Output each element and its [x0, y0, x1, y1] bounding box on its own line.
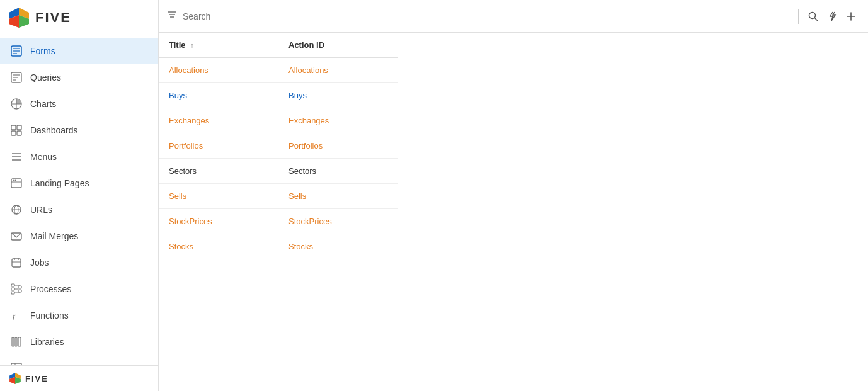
sidebar-item-forms[interactable]: Forms [0, 38, 158, 64]
svg-rect-18 [17, 131, 21, 135]
sidebar-item-charts[interactable]: Charts [0, 91, 158, 117]
title-cell[interactable]: Sectors [169, 166, 197, 176]
processes-label: Processes [30, 284, 71, 294]
urls-label: URLs [30, 205, 52, 215]
sidebar: FIVE Forms Queries Charts [0, 0, 159, 391]
svg-rect-35 [11, 288, 14, 290]
lightning-icon [826, 11, 838, 22]
svg-rect-17 [11, 131, 16, 135]
sidebar-nav: Forms Queries Charts Dashboards [0, 35, 158, 365]
svg-point-25 [15, 180, 16, 181]
urls-icon [9, 202, 24, 217]
libraries-label: Libraries [30, 337, 64, 347]
sidebar-item-landing-pages[interactable]: Landing Pages [0, 170, 158, 196]
functions-label: Functions [30, 310, 69, 320]
charts-label: Charts [30, 99, 56, 109]
search-button[interactable] [804, 8, 823, 25]
forms-table-container: Title ↑ Action ID Allocations Allocation… [159, 33, 868, 391]
sidebar-item-tables[interactable]: Tables [0, 355, 158, 365]
filter-icon [166, 9, 178, 23]
logo-text: FIVE [35, 9, 71, 26]
sidebar-footer: FIVE [0, 365, 158, 391]
dashboards-label: Dashboards [30, 125, 78, 135]
logo-icon [8, 6, 30, 29]
menus-icon [9, 149, 24, 164]
action-id-cell[interactable]: Sectors [288, 166, 316, 176]
dashboards-icon [9, 123, 24, 138]
sort-arrow-title: ↑ [190, 42, 194, 49]
svg-rect-34 [11, 284, 14, 286]
table-row[interactable]: Sells Sells [159, 184, 398, 209]
app-logo: FIVE [0, 0, 158, 35]
table-row[interactable]: Sectors Sectors [159, 159, 398, 184]
column-header-title[interactable]: Title ↑ [159, 33, 278, 58]
sidebar-item-mail-merges[interactable]: Mail Merges [0, 223, 158, 249]
add-button[interactable] [842, 8, 860, 25]
action-id-cell[interactable]: Buys [288, 91, 307, 100]
svg-rect-15 [11, 125, 16, 130]
table-row[interactable]: Portfolios Portfolios [159, 133, 398, 159]
search-input[interactable] [183, 11, 793, 21]
title-cell[interactable]: Sells [169, 191, 186, 201]
title-cell[interactable]: Allocations [169, 65, 208, 75]
main-content: Title ↑ Action ID Allocations Allocation… [159, 0, 868, 391]
forms-table: Title ↑ Action ID Allocations Allocation… [159, 33, 398, 259]
column-header-action-id[interactable]: Action ID [278, 33, 398, 58]
mail-merges-icon [9, 229, 24, 244]
svg-rect-46 [15, 337, 17, 346]
svg-rect-36 [11, 292, 14, 294]
sidebar-item-functions[interactable]: ƒ Functions [0, 302, 158, 329]
landing-pages-label: Landing Pages [30, 178, 89, 188]
sidebar-item-dashboards[interactable]: Dashboards [0, 117, 158, 144]
title-cell[interactable]: StockPrices [169, 217, 212, 226]
footer-logo: FIVE [9, 372, 49, 385]
action-id-cell[interactable]: Sells [288, 191, 306, 201]
sidebar-item-menus[interactable]: Menus [0, 144, 158, 170]
action-id-cell[interactable]: StockPrices [288, 217, 332, 226]
action-id-cell[interactable]: Stocks [288, 242, 313, 251]
search-icon [808, 11, 819, 22]
jobs-label: Jobs [30, 258, 49, 268]
sidebar-item-queries[interactable]: Queries [0, 64, 158, 91]
svg-point-24 [13, 180, 14, 181]
action-id-cell[interactable]: Exchanges [288, 116, 329, 125]
sidebar-item-jobs[interactable]: Jobs [0, 249, 158, 276]
svg-rect-45 [12, 337, 14, 346]
title-cell[interactable]: Stocks [169, 242, 193, 251]
title-cell[interactable]: Portfolios [169, 141, 203, 150]
table-row[interactable]: Exchanges Exchanges [159, 108, 398, 133]
queries-icon [9, 70, 24, 85]
svg-text:ƒ: ƒ [12, 311, 16, 320]
sidebar-item-libraries[interactable]: Libraries [0, 329, 158, 355]
footer-logo-text: FIVE [25, 374, 49, 383]
lightning-button[interactable] [823, 8, 842, 25]
table-row[interactable]: Stocks Stocks [159, 234, 398, 259]
svg-line-69 [815, 18, 818, 21]
table-row[interactable]: StockPrices StockPrices [159, 209, 398, 234]
processes-icon [9, 281, 24, 297]
sidebar-item-processes[interactable]: Processes [0, 276, 158, 302]
mail-merges-label: Mail Merges [30, 231, 78, 241]
queries-label: Queries [30, 72, 61, 82]
libraries-icon [9, 334, 24, 349]
functions-icon: ƒ [9, 308, 24, 323]
add-icon [845, 11, 857, 22]
charts-icon [9, 96, 24, 111]
title-cell[interactable]: Buys [169, 91, 187, 100]
jobs-icon [9, 255, 24, 270]
footer-logo-icon [9, 372, 21, 385]
landing-pages-icon [9, 176, 24, 191]
table-row[interactable]: Buys Buys [159, 83, 398, 108]
forms-icon [9, 43, 24, 59]
action-id-cell[interactable]: Portfolios [288, 141, 323, 150]
table-row[interactable]: Allocations Allocations [159, 58, 398, 83]
svg-rect-16 [17, 125, 21, 130]
svg-rect-30 [12, 259, 21, 267]
forms-label: Forms [30, 46, 55, 56]
title-cell[interactable]: Exchanges [169, 116, 209, 125]
menus-label: Menus [30, 152, 57, 162]
toolbar [159, 0, 868, 33]
toolbar-divider [798, 9, 799, 24]
action-id-cell[interactable]: Allocations [288, 65, 328, 75]
sidebar-item-urls[interactable]: URLs [0, 196, 158, 223]
